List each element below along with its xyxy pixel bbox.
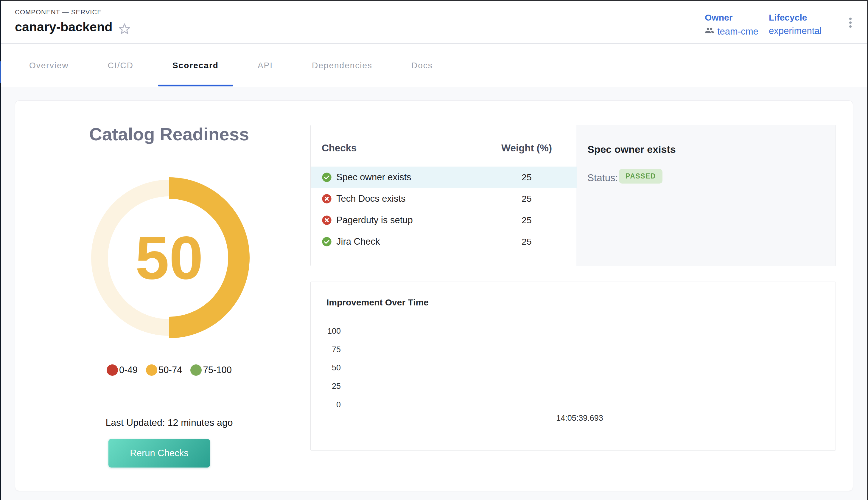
- y-axis-tick: 75: [311, 345, 341, 354]
- x-axis-tick: 14:05:39.693: [535, 413, 624, 423]
- check-failed-icon: [322, 194, 332, 204]
- y-axis-tick: 25: [311, 382, 341, 391]
- window-edge-top: [0, 0, 868, 1]
- tab-scorecard[interactable]: Scorecard: [158, 44, 233, 87]
- lifecycle-label: Lifecycle: [769, 12, 822, 23]
- legend-dot-green-icon: [190, 364, 202, 376]
- kebab-icon: [849, 18, 852, 28]
- legend-dot-amber-icon: [146, 364, 157, 376]
- kebab-menu-button[interactable]: [845, 14, 856, 31]
- scorecard-title: Catalog Readiness: [15, 124, 323, 145]
- tab-overview[interactable]: Overview: [15, 44, 83, 87]
- legend-item-mid: 50-74: [146, 364, 182, 376]
- improvement-chart-card: Improvement Over Time 100 75 50 25 0 14:…: [310, 282, 836, 451]
- legend-dot-red-icon: [107, 364, 118, 376]
- page-title: canary-backend: [15, 20, 112, 34]
- scorecard-page: COMPONENT — SERVICE canary-backend Owner…: [0, 0, 868, 500]
- legend-item-low: 0-49: [107, 364, 138, 376]
- status-badge: PASSED: [619, 169, 662, 184]
- check-row-pagerduty[interactable]: Pagerduty is setup 25: [311, 209, 577, 231]
- score-value: 50: [89, 177, 250, 338]
- scorecard-content: Catalog Readiness 50 0-49 50-74: [0, 87, 868, 500]
- group-icon: [705, 26, 714, 37]
- entity-tabs: Overview CI/CD Scorecard API Dependencie…: [0, 44, 868, 87]
- check-detail-title: Spec owner exists: [587, 144, 676, 155]
- y-axis-tick: 100: [311, 327, 341, 336]
- tab-ci-cd[interactable]: CI/CD: [94, 44, 148, 87]
- check-weight: 25: [488, 194, 565, 204]
- last-updated-text: Last Updated: 12 minutes ago: [15, 417, 323, 428]
- rerun-checks-button[interactable]: Rerun Checks: [108, 439, 210, 467]
- active-tab-indicator: [158, 84, 233, 87]
- check-failed-icon: [322, 215, 332, 225]
- check-weight: 25: [488, 237, 565, 247]
- favorite-star-button[interactable]: [117, 22, 132, 36]
- tab-docs[interactable]: Docs: [397, 44, 447, 87]
- owner-link[interactable]: team-cme: [717, 26, 759, 37]
- checks-card: Checks Weight (%) Spec owner exists 25: [310, 125, 836, 266]
- lifecycle-value: experimental: [769, 26, 822, 36]
- check-weight: 25: [488, 215, 565, 225]
- window-accent-strip: [0, 61, 1, 83]
- tab-dependencies[interactable]: Dependencies: [298, 44, 387, 87]
- star-icon: [118, 32, 131, 37]
- check-row-jira[interactable]: Jira Check 25: [311, 231, 577, 252]
- owner-label: Owner: [705, 12, 759, 23]
- entity-header: COMPONENT — SERVICE canary-backend Owner…: [0, 0, 868, 44]
- score-legend: 0-49 50-74 75-100: [15, 364, 323, 376]
- checks-column-header: Checks: [322, 143, 357, 154]
- check-passed-icon: [322, 237, 332, 247]
- check-detail-status-label: Status:: [587, 172, 618, 184]
- check-weight: 25: [488, 172, 565, 182]
- lifecycle-block: Lifecycle experimental: [769, 12, 822, 36]
- score-gauge: 50: [89, 177, 250, 338]
- breadcrumb: COMPONENT — SERVICE: [15, 8, 102, 16]
- check-passed-icon: [322, 172, 332, 182]
- tab-api[interactable]: API: [243, 44, 287, 87]
- y-axis-tick: 50: [311, 363, 341, 373]
- y-axis-tick: 0: [311, 400, 341, 409]
- check-row-tech-docs[interactable]: Tech Docs exists 25: [311, 188, 577, 209]
- weight-column-header: Weight (%): [488, 143, 565, 154]
- scorecard-board: Catalog Readiness 50 0-49 50-74: [15, 100, 853, 491]
- legend-item-high: 75-100: [190, 364, 232, 376]
- chart-title: Improvement Over Time: [326, 297, 429, 307]
- owner-block: Owner team-cme: [705, 12, 759, 37]
- check-row-spec-owner[interactable]: Spec owner exists 25: [311, 167, 577, 188]
